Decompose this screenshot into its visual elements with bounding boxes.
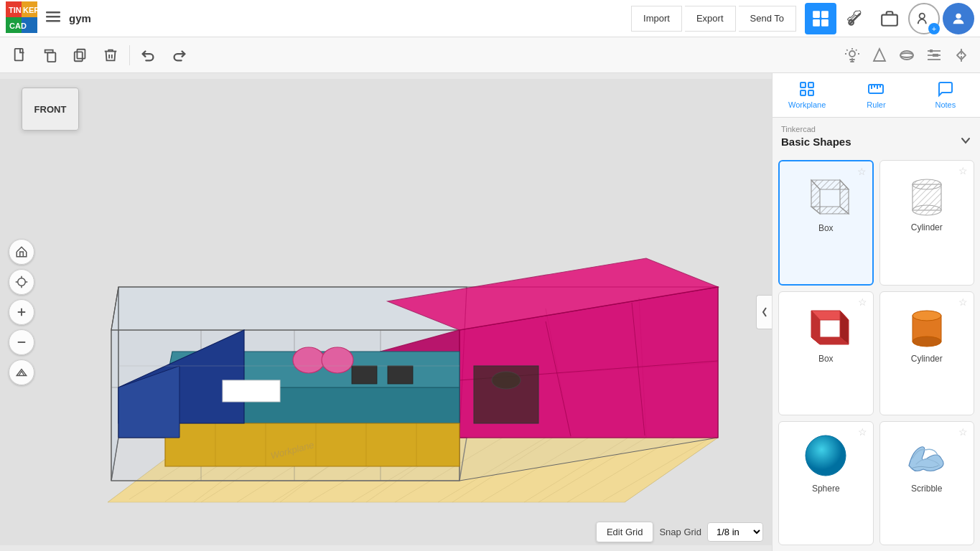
3d-scene (0, 73, 772, 551)
viewport[interactable]: FRONT (0, 73, 772, 551)
shapes-source: Tinkercad (781, 125, 971, 133)
user-avatar[interactable] (943, 3, 974, 34)
panel-toggle-button[interactable] (756, 295, 772, 329)
star-sphere-blue[interactable]: ☆ (858, 426, 867, 438)
svg-rect-108 (808, 90, 813, 95)
main: FRONT (0, 73, 980, 551)
svg-point-121 (913, 179, 941, 189)
shape-scribble-label: Scribble (911, 484, 942, 494)
shape-box-red-label: Box (818, 354, 834, 364)
delete-button[interactable] (96, 41, 125, 70)
svg-rect-35 (930, 50, 933, 52)
svg-rect-106 (808, 83, 813, 88)
shapes-grid: ☆ (773, 154, 980, 551)
svg-rect-11 (821, 11, 829, 18)
svg-rect-91 (223, 380, 280, 402)
undo-button[interactable] (134, 41, 163, 70)
logo[interactable]: TIN KER CAD (6, 1, 37, 36)
svg-rect-36 (933, 54, 938, 57)
mirror-tool[interactable] (948, 42, 974, 68)
add-user-plus-icon: + (928, 23, 940, 34)
snap-grid-label: Snap Grid (659, 527, 701, 537)
star-scribble[interactable]: ☆ (958, 426, 968, 438)
shape-box-red[interactable]: ☆ Box (778, 291, 874, 415)
align-tool[interactable] (921, 42, 947, 68)
svg-rect-13 (821, 19, 829, 27)
shapes-header: Tinkercad Basic Shapes (773, 118, 980, 154)
svg-point-90 (322, 347, 353, 373)
shape-box-ghost-label: Box (818, 223, 834, 233)
star-cylinder-ghost[interactable]: ☆ (958, 165, 968, 176)
send-to-button[interactable]: Send To (739, 6, 796, 32)
shapes-category-row: Basic Shapes (781, 135, 971, 149)
home-view-button[interactable] (9, 239, 34, 265)
shape-cylinder-orange-label: Cylinder (911, 354, 943, 364)
duplicate-button[interactable] (66, 41, 95, 70)
separator-1 (129, 45, 130, 65)
snap-grid-select[interactable]: 1/8 in 1/16 in 1/4 in 1/2 in 1 in (707, 522, 763, 542)
frame-view-button[interactable] (9, 269, 34, 295)
shape-cylinder-ghost[interactable]: ☆ (879, 160, 975, 286)
svg-point-130 (806, 435, 846, 476)
bottom-controls: Edit Grid Snap Grid 1/8 in 1/16 in 1/4 i… (596, 522, 763, 542)
project-name: gym (69, 12, 91, 24)
svg-rect-107 (801, 90, 806, 95)
svg-point-23 (849, 51, 855, 57)
shapes-category: Basic Shapes (781, 136, 851, 148)
edit-grid-button[interactable]: Edit Grid (596, 522, 654, 542)
import-button[interactable]: Import (631, 6, 682, 32)
svg-text:TIN: TIN (9, 6, 22, 14)
svg-rect-21 (75, 52, 83, 61)
shape-sphere-blue[interactable]: ☆ Sphere (778, 421, 874, 545)
add-user-button[interactable]: + (908, 3, 940, 34)
toolbar (0, 37, 980, 73)
svg-rect-8 (46, 16, 60, 18)
topbar: TIN KER CAD gym Import Export Send To (0, 0, 980, 37)
svg-point-129 (913, 336, 941, 347)
svg-rect-19 (15, 48, 23, 60)
star-box-ghost[interactable]: ☆ (857, 166, 867, 177)
right-panel: Workplane Ruler Notes Tin (772, 73, 980, 551)
shape-tool-1[interactable] (867, 42, 892, 68)
zoom-out-button[interactable] (9, 329, 34, 355)
shape-scribble[interactable]: ☆ Scribble (879, 421, 975, 545)
star-cylinder-orange[interactable]: ☆ (958, 296, 968, 308)
view-cube[interactable]: FRONT (22, 88, 79, 131)
panel-tabs: Workplane Ruler Notes (773, 73, 980, 118)
svg-line-26 (846, 50, 847, 50)
perspective-button[interactable] (9, 359, 34, 385)
light-tool[interactable] (839, 42, 865, 68)
export-button[interactable]: Export (685, 6, 736, 32)
svg-rect-10 (813, 11, 820, 18)
shape-cylinder-ghost-label: Cylinder (911, 222, 943, 232)
tab-workplane[interactable]: Workplane (773, 73, 841, 117)
svg-point-18 (956, 13, 961, 18)
svg-rect-9 (46, 20, 60, 22)
copy-button[interactable] (36, 41, 65, 70)
star-box-red[interactable]: ☆ (858, 296, 867, 308)
new-document-button[interactable] (6, 41, 34, 70)
svg-text:CAD: CAD (9, 22, 27, 30)
shapes-dropdown-button[interactable] (960, 135, 971, 149)
hamburger-icon[interactable] (46, 9, 60, 27)
grid-view-button[interactable] (805, 3, 836, 34)
shape-cylinder-orange[interactable]: ☆ Cylinder (879, 291, 975, 415)
svg-point-122 (913, 205, 941, 215)
shape-tool-2[interactable] (894, 42, 920, 68)
svg-rect-20 (47, 52, 55, 62)
svg-rect-22 (77, 49, 85, 58)
svg-rect-105 (801, 83, 806, 88)
svg-rect-95 (388, 366, 413, 384)
zoom-in-button[interactable] (9, 299, 34, 325)
gallery-button[interactable] (874, 3, 905, 34)
tab-ruler[interactable]: Ruler (841, 73, 910, 117)
topbar-icons: Import Export Send To (631, 3, 974, 34)
svg-rect-7 (46, 11, 60, 14)
settings-button[interactable] (839, 3, 871, 34)
svg-marker-81 (165, 423, 459, 466)
svg-point-97 (18, 278, 26, 286)
svg-line-27 (856, 50, 857, 50)
redo-button[interactable] (164, 41, 193, 70)
tab-notes[interactable]: Notes (911, 73, 980, 117)
shape-box-ghost[interactable]: ☆ (778, 160, 874, 286)
